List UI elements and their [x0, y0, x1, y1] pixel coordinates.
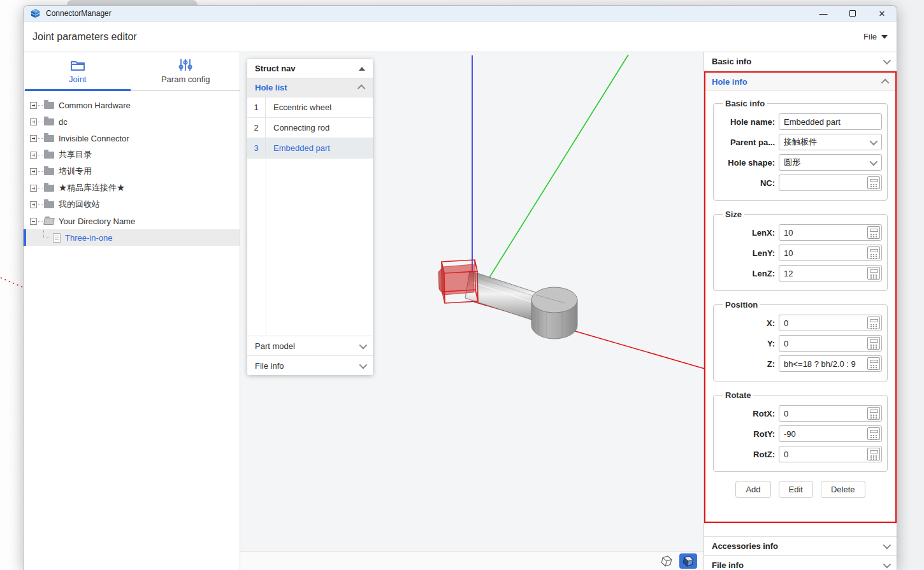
calculator-icon[interactable] [867, 317, 880, 329]
expand-plus-icon[interactable] [30, 135, 37, 142]
left-sidebar: Joint Param config [24, 52, 240, 570]
properties-panel: Basic info Hole info Basic info Hole nam… [704, 52, 897, 570]
add-button[interactable]: Add [735, 481, 770, 498]
calculator-icon[interactable] [867, 427, 880, 440]
rotx-input[interactable] [779, 405, 882, 422]
nc-input[interactable] [779, 175, 882, 191]
minimize-button[interactable]: — [809, 6, 838, 21]
tree-item-dc[interactable]: dc [24, 113, 240, 130]
lenx-input[interactable] [779, 224, 882, 241]
parent-part-select[interactable]: 接触板件 [779, 134, 882, 150]
lenx-label: LenX: [719, 228, 775, 238]
pos-x-label: X: [719, 318, 775, 328]
leny-input[interactable] [779, 245, 882, 261]
document-icon [53, 233, 61, 243]
folder-icon [44, 102, 54, 109]
accessories-info-section-header[interactable]: Accessories info [704, 536, 897, 555]
expand-plus-icon[interactable] [30, 118, 37, 125]
chevron-down-icon [881, 35, 888, 39]
file-menu-label: File [863, 32, 877, 41]
3d-viewport[interactable]: Struct nav Hole list 1 Eccentric wheel 2… [240, 52, 704, 570]
expand-plus-icon[interactable] [30, 168, 37, 175]
folder-icon [44, 135, 54, 142]
hole-info-body: Basic info Hole name: Parent pa... 接触板件 [705, 91, 895, 522]
tree-item-training[interactable]: 培训专用 [24, 163, 240, 180]
chevron-down-icon [870, 157, 878, 166]
roty-label: RotY: [719, 429, 775, 439]
y-axis-line [474, 55, 628, 302]
tab-joint[interactable]: Joint [24, 52, 132, 90]
struct-file-info-header[interactable]: File info [247, 355, 373, 375]
close-button[interactable]: ✕ [867, 6, 897, 21]
expand-plus-icon[interactable] [30, 152, 37, 159]
tab-param-config[interactable]: Param config [132, 52, 240, 90]
nc-label: NC: [719, 178, 775, 188]
rotz-input[interactable] [779, 446, 882, 462]
calculator-icon[interactable] [867, 176, 880, 189]
hole-list-row-1[interactable]: 1 Eccentric wheel [247, 97, 373, 118]
calculator-icon[interactable] [867, 337, 880, 350]
selection-bar [24, 229, 26, 246]
roty-input[interactable] [779, 425, 882, 442]
expand-plus-icon[interactable] [30, 102, 37, 109]
file-info-section-header[interactable]: File info [704, 555, 897, 570]
calculator-icon[interactable] [867, 448, 880, 460]
struct-nav-header[interactable]: Struct nav [247, 59, 373, 78]
close-icon: ✕ [879, 9, 886, 18]
hole-info-section: Hole info Basic info Hole name: Parent p… [704, 71, 897, 523]
parent-part-label: Parent pa... [719, 138, 775, 147]
folder-icon [44, 201, 54, 208]
leny-label: LenY: [719, 248, 775, 258]
hole-shape-select[interactable]: 圆形 [779, 154, 882, 171]
head-cylinder-model [531, 287, 577, 339]
size-fieldset: Size LenX: LenY: LenZ: [713, 210, 888, 291]
folder-icon [44, 185, 54, 192]
lenz-label: LenZ: [719, 269, 775, 278]
solid-view-button[interactable] [679, 553, 697, 569]
hole-name-input[interactable] [779, 113, 882, 130]
expand-plus-icon[interactable] [30, 185, 37, 192]
tree-item-three-in-one-selected[interactable]: Three-in-one [24, 229, 240, 246]
expand-plus-icon[interactable] [30, 201, 37, 208]
calculator-icon[interactable] [867, 357, 880, 370]
basic-info-section-header[interactable]: Basic info [704, 52, 897, 71]
file-menu[interactable]: File [863, 32, 888, 41]
edit-button[interactable]: Edit [779, 481, 813, 498]
tree-item-premium-library[interactable]: ★精品库连接件★ [24, 180, 240, 196]
calculator-icon[interactable] [867, 407, 880, 420]
hole-list-row-3-selected[interactable]: 3 Embedded part [247, 138, 373, 159]
minimize-icon: — [819, 9, 828, 18]
tree-item-shared-directory[interactable]: 共享目录 [24, 146, 240, 163]
pos-z-input[interactable] [779, 355, 882, 372]
calculator-icon[interactable] [867, 267, 880, 280]
chevron-up-icon [357, 85, 366, 93]
calculator-icon[interactable] [867, 246, 880, 259]
hole-list-row-2[interactable]: 2 Connecting rod [247, 118, 373, 138]
tree-item-common-hardware[interactable]: Common Hardware [24, 97, 240, 113]
chevron-down-icon [359, 360, 368, 369]
wireframe-view-button[interactable] [658, 553, 675, 569]
chevron-down-icon [883, 560, 892, 569]
tree-item-invisible-connector[interactable]: Invisible Connector [24, 130, 240, 146]
lenz-input[interactable] [779, 265, 882, 281]
maximize-button[interactable] [838, 6, 867, 21]
part-model-header[interactable]: Part model [247, 336, 373, 355]
pos-x-input[interactable] [779, 315, 882, 331]
collapse-triangle-icon [359, 67, 365, 71]
delete-button[interactable]: Delete [821, 481, 865, 498]
chevron-down-icon [883, 57, 892, 65]
hole-info-section-header[interactable]: Hole info [705, 73, 895, 91]
directory-tree: Common Hardware dc Invisible Connector 共… [24, 91, 240, 570]
rotx-label: RotX: [719, 409, 775, 418]
page-title: Joint parameters editor [32, 31, 137, 43]
chevron-down-icon [883, 541, 892, 550]
wireframe-cube-icon [661, 555, 672, 567]
folder-icon [44, 168, 54, 175]
tree-item-your-directory[interactable]: Your Directory Name [24, 213, 240, 229]
pos-y-input[interactable] [779, 335, 882, 352]
hole-list-header[interactable]: Hole list [247, 78, 373, 97]
position-fieldset: Position X: Y: Z: [713, 300, 888, 381]
calculator-icon[interactable] [867, 226, 880, 239]
collapse-minus-icon[interactable] [30, 218, 37, 225]
tree-item-recycle-bin[interactable]: 我的回收站 [24, 196, 240, 213]
